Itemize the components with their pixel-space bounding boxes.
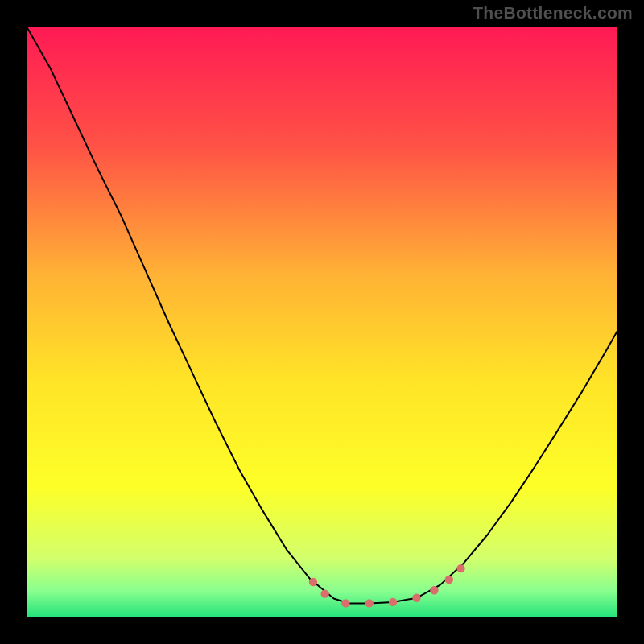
plot-area xyxy=(27,27,617,617)
watermark-text: TheBottleneck.com xyxy=(473,3,633,23)
marker-dot xyxy=(365,599,374,607)
marker-dot xyxy=(430,586,438,594)
chart-stage: TheBottleneck.com xyxy=(0,0,644,644)
bottleneck-chart xyxy=(27,27,617,617)
marker-dot xyxy=(412,594,420,602)
marker-dot xyxy=(341,599,349,607)
marker-dot xyxy=(309,578,317,586)
marker-dot xyxy=(320,589,328,597)
marker-dot xyxy=(389,598,397,606)
gradient-background xyxy=(27,27,617,617)
marker-dot xyxy=(456,564,464,572)
marker-dot xyxy=(445,576,453,584)
